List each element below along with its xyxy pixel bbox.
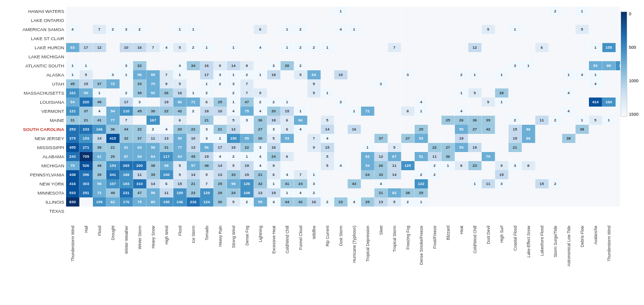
heatmap-cell[interactable]: 533 [66, 188, 79, 197]
heatmap-cell[interactable]: 1 [281, 25, 294, 34]
heatmap-cell[interactable] [307, 25, 321, 34]
heatmap-cell[interactable]: 98 [160, 161, 173, 170]
heatmap-cell[interactable] [602, 52, 616, 61]
heatmap-cell[interactable] [227, 7, 240, 16]
heatmap-cell[interactable] [214, 34, 227, 43]
heatmap-cell[interactable] [334, 16, 348, 25]
heatmap-cell[interactable] [549, 134, 562, 143]
heatmap-cell[interactable] [549, 152, 562, 161]
heatmap-cell[interactable]: 23 [468, 161, 482, 170]
heatmap-cell[interactable] [401, 125, 415, 134]
heatmap-cell[interactable] [321, 16, 334, 25]
heatmap-cell[interactable]: 6 [281, 116, 294, 125]
heatmap-cell[interactable] [482, 88, 495, 98]
heatmap-cell[interactable]: 66 [294, 116, 307, 125]
heatmap-cell[interactable] [173, 16, 187, 25]
heatmap-cell[interactable]: 5 [321, 161, 334, 170]
heatmap-cell[interactable]: 4 [562, 88, 576, 98]
heatmap-cell[interactable]: 54 [66, 98, 79, 107]
heatmap-cell[interactable] [254, 79, 267, 88]
heatmap-cell[interactable]: 155 [602, 43, 616, 52]
heatmap-cell[interactable] [388, 7, 401, 16]
heatmap-cell[interactable] [576, 34, 589, 43]
heatmap-cell[interactable]: 75 [240, 107, 254, 116]
heatmap-cell[interactable] [508, 16, 522, 25]
heatmap-cell[interactable] [468, 134, 482, 143]
heatmap-cell[interactable] [321, 107, 334, 116]
heatmap-cell[interactable] [482, 188, 495, 197]
heatmap-cell[interactable]: 20 [281, 61, 294, 70]
heatmap-cell[interactable]: 23 [187, 188, 200, 197]
heatmap-cell[interactable] [549, 16, 562, 25]
heatmap-cell[interactable] [294, 152, 307, 161]
heatmap-cell[interactable] [321, 170, 334, 179]
heatmap-cell[interactable]: 3 [616, 43, 620, 52]
heatmap-cell[interactable] [602, 152, 616, 161]
heatmap-cell[interactable]: 62 [106, 197, 120, 207]
heatmap-cell[interactable] [374, 52, 388, 61]
heatmap-cell[interactable]: 98 [227, 179, 240, 188]
heatmap-cell[interactable]: 22 [187, 125, 200, 134]
heatmap-cell[interactable] [535, 7, 549, 16]
heatmap-cell[interactable]: 22 [160, 107, 173, 116]
heatmap-cell[interactable] [616, 116, 620, 125]
heatmap-cell[interactable]: 11 [428, 152, 441, 161]
heatmap-cell[interactable] [576, 134, 589, 143]
heatmap-cell[interactable] [240, 7, 254, 16]
heatmap-cell[interactable] [562, 34, 576, 43]
heatmap-cell[interactable]: 48 [200, 161, 214, 170]
heatmap-cell[interactable] [602, 88, 616, 98]
heatmap-cell[interactable]: 13 [254, 188, 267, 197]
heatmap-cell[interactable] [602, 34, 616, 43]
heatmap-cell[interactable] [374, 43, 388, 52]
heatmap-cell[interactable] [147, 7, 160, 16]
heatmap-cell[interactable]: 38 [576, 125, 589, 134]
heatmap-cell[interactable] [441, 70, 455, 79]
heatmap-cell[interactable] [93, 70, 106, 79]
heatmap-cell[interactable]: 166 [93, 125, 106, 134]
heatmap-cell[interactable] [428, 125, 441, 134]
heatmap-cell[interactable] [388, 79, 401, 88]
heatmap-cell[interactable] [120, 52, 133, 61]
heatmap-cell[interactable]: 21 [214, 125, 227, 134]
heatmap-cell[interactable]: 9 [495, 161, 508, 170]
heatmap-cell[interactable] [482, 161, 495, 170]
heatmap-cell[interactable] [374, 70, 388, 79]
heatmap-cell[interactable] [616, 70, 620, 79]
heatmap-cell[interactable] [428, 7, 441, 16]
heatmap-cell[interactable] [361, 34, 374, 43]
heatmap-cell[interactable] [214, 7, 227, 16]
heatmap-cell[interactable]: 416 [66, 179, 79, 188]
heatmap-cell[interactable] [549, 88, 562, 98]
heatmap-cell[interactable]: 153 [106, 161, 120, 170]
heatmap-cell[interactable]: 188 [120, 170, 133, 179]
heatmap-cell[interactable] [616, 188, 620, 197]
heatmap-cell[interactable]: 1 [307, 170, 321, 179]
heatmap-cell[interactable]: 49 [93, 98, 106, 107]
heatmap-cell[interactable] [549, 161, 562, 170]
heatmap-cell[interactable] [508, 88, 522, 98]
heatmap-cell[interactable] [348, 161, 361, 170]
heatmap-cell[interactable]: 110 [120, 107, 133, 116]
heatmap-cell[interactable]: 1 [361, 143, 374, 152]
heatmap-cell[interactable] [589, 125, 602, 134]
heatmap-cell[interactable] [562, 79, 576, 88]
heatmap-cell[interactable] [374, 116, 388, 125]
heatmap-cell[interactable]: 6 [281, 152, 294, 161]
heatmap-cell[interactable] [93, 61, 106, 70]
heatmap-cell[interactable] [576, 161, 589, 170]
heatmap-cell[interactable] [428, 79, 441, 88]
heatmap-cell[interactable]: 11 [147, 134, 160, 143]
heatmap-cell[interactable]: 15 [79, 79, 93, 88]
heatmap-cell[interactable]: 9 [307, 143, 321, 152]
heatmap-cell[interactable] [482, 52, 495, 61]
heatmap-cell[interactable]: 4 [214, 152, 227, 161]
heatmap-cell[interactable]: 15 [321, 143, 334, 152]
heatmap-cell[interactable]: 2 [307, 188, 321, 197]
heatmap-cell[interactable] [508, 7, 522, 16]
heatmap-cell[interactable] [616, 52, 620, 61]
heatmap-cell[interactable]: 1 [200, 43, 214, 52]
heatmap-cell[interactable] [294, 7, 307, 16]
heatmap-cell[interactable] [562, 143, 576, 152]
heatmap-cell[interactable]: 2 [415, 170, 428, 179]
